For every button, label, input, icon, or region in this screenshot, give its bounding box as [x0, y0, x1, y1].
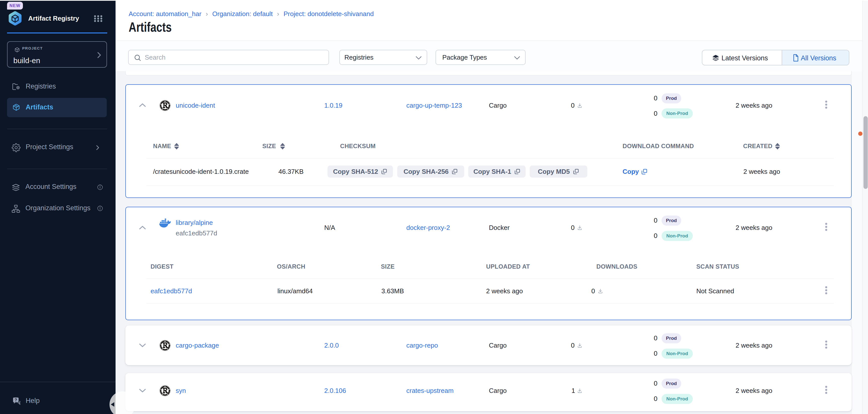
svg-text:?: ? [14, 398, 17, 402]
